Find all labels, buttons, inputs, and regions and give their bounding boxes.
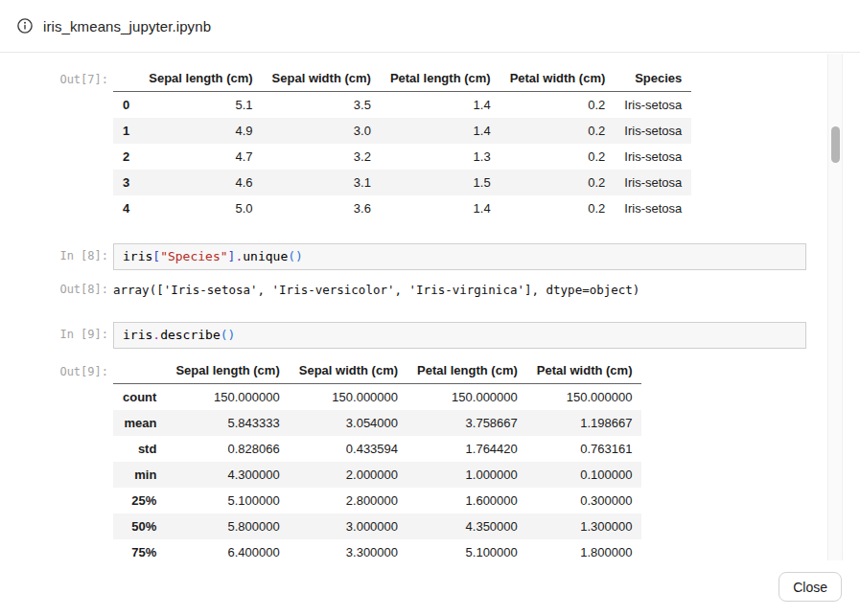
code-token: unique: [243, 249, 288, 263]
row-index: 4: [113, 195, 139, 221]
table-cell: Iris-setosa: [615, 195, 691, 221]
code-token: ): [295, 249, 303, 263]
table-cell: 2.000000: [290, 462, 407, 488]
table-cell: 150.000000: [527, 384, 642, 411]
notebook-cell-out8: Out[8]: array(['Iris-setosa', 'Iris-vers…: [0, 280, 825, 297]
cell-prompt: In [8]:: [0, 243, 108, 262]
table-cell: 4.9: [139, 118, 262, 144]
column-header: [113, 65, 139, 92]
table-cell: 1.4: [381, 92, 500, 119]
table-cell: 150.000000: [166, 384, 289, 411]
table-cell: 0.300000: [527, 488, 642, 513]
row-index: 3: [113, 170, 139, 195]
iris-describe-table: Sepal length (cm)Sepal width (cm)Petal l…: [113, 357, 641, 560]
table-cell: 6.400000: [166, 539, 289, 560]
code-token: [: [152, 249, 160, 263]
table-cell: 5.100000: [166, 488, 289, 513]
table-row: 05.13.51.40.2Iris-setosa: [113, 92, 691, 119]
table-cell: 0.2: [500, 118, 616, 144]
row-index: std: [113, 436, 166, 462]
row-index: min: [113, 462, 166, 488]
column-header: Petal length (cm): [407, 357, 527, 384]
column-header: Petal length (cm): [381, 65, 500, 92]
close-button[interactable]: Close: [779, 572, 842, 602]
row-index: count: [113, 384, 166, 411]
table-cell: Iris-setosa: [615, 170, 691, 195]
table-cell: 0.100000: [527, 462, 642, 488]
table-cell: 1.600000: [407, 488, 527, 513]
row-index: 50%: [113, 513, 166, 539]
dataframe-output: Sepal length (cm)Sepal width (cm)Petal l…: [113, 357, 641, 560]
table-cell: 150.000000: [407, 384, 527, 411]
row-index: 25%: [113, 488, 166, 513]
notebook-cell-out7: Out[7]: Sepal length (cm)Sepal width (cm…: [0, 65, 825, 221]
row-index: 2: [113, 144, 139, 170]
table-cell: 0.2: [500, 195, 616, 221]
row-index: 1: [113, 118, 139, 144]
table-cell: 4.300000: [166, 462, 289, 488]
table-cell: 1.000000: [407, 462, 527, 488]
notebook-cell-in9: In [9]: iris.describe(): [0, 322, 825, 349]
table-header-row: Sepal length (cm)Sepal width (cm)Petal l…: [113, 357, 641, 384]
table-cell: 1.4: [381, 118, 500, 144]
table-cell: 3.0: [263, 118, 381, 144]
column-header: Petal width (cm): [500, 65, 616, 92]
table-row: 50%5.8000003.0000004.3500001.300000: [113, 513, 641, 539]
table-cell: 1.5: [381, 170, 500, 195]
table-cell: 3.000000: [290, 513, 407, 539]
notebook-cell-out9: Out[9]: Sepal length (cm)Sepal width (cm…: [0, 357, 825, 560]
table-cell: 1.764420: [407, 436, 527, 462]
row-index: 75%: [113, 539, 166, 560]
table-cell: 3.6: [263, 195, 381, 221]
table-cell: 1.300000: [527, 513, 642, 539]
table-row: 25%5.1000002.8000001.6000000.300000: [113, 488, 641, 513]
table-cell: 4.7: [139, 144, 262, 170]
table-cell: Iris-setosa: [615, 144, 691, 170]
column-header: [113, 357, 166, 384]
table-row: mean5.8433333.0540003.7586671.198667: [113, 410, 641, 436]
iris-head-table: Sepal length (cm)Sepal width (cm)Petal l…: [113, 65, 691, 221]
table-cell: Iris-setosa: [615, 92, 691, 119]
table-row: 14.93.01.40.2Iris-setosa: [113, 118, 691, 144]
file-title: iris_kmeans_jupyter.ipynb: [43, 18, 211, 34]
scrollbar-thumb[interactable]: [831, 126, 840, 163]
file-preview-dialog: iris_kmeans_jupyter.ipynb Out[7]: Sepal …: [0, 0, 860, 616]
table-cell: 5.100000: [407, 539, 527, 560]
table-cell: 0.828066: [166, 436, 289, 462]
notebook-cell-in8: In [8]: iris["Species"].unique(): [0, 243, 825, 270]
code-token: "Species": [160, 249, 227, 263]
table-cell: 3.300000: [290, 539, 407, 560]
array-output: array(['Iris-setosa', 'Iris-versicolor',…: [113, 280, 639, 297]
table-row: count150.000000150.000000150.000000150.0…: [113, 384, 641, 411]
code-token: (: [221, 328, 228, 342]
code-token: ): [228, 328, 236, 342]
scrollbar-track[interactable]: [827, 54, 843, 560]
dialog-header: iris_kmeans_jupyter.ipynb: [0, 0, 860, 53]
table-cell: 5.1: [139, 92, 262, 119]
table-cell: 3.5: [263, 92, 381, 119]
code-token: describe: [160, 328, 221, 342]
table-row: 34.63.11.50.2Iris-setosa: [113, 170, 691, 195]
table-cell: 0.433594: [290, 436, 407, 462]
code-cell-in8: iris["Species"].unique(): [113, 243, 806, 270]
column-header: Sepal length (cm): [166, 357, 289, 384]
table-cell: 1.800000: [527, 539, 642, 560]
notebook-preview[interactable]: Out[7]: Sepal length (cm)Sepal width (cm…: [0, 54, 825, 560]
table-row: 75%6.4000003.3000005.1000001.800000: [113, 539, 641, 560]
cell-prompt: Out[9]:: [0, 357, 108, 378]
cell-prompt: Out[7]:: [0, 65, 108, 86]
dataframe-output: Sepal length (cm)Sepal width (cm)Petal l…: [113, 65, 691, 221]
table-cell: 4.6: [139, 170, 262, 195]
table-cell: 5.0: [139, 195, 262, 221]
table-cell: 5.800000: [166, 513, 289, 539]
code-cell-in9: iris.describe(): [113, 322, 806, 349]
column-header: Species: [615, 65, 691, 92]
table-cell: 1.3: [381, 144, 500, 170]
table-cell: 0.763161: [527, 436, 642, 462]
table-cell: 3.758667: [407, 410, 527, 436]
column-header: Petal width (cm): [527, 357, 642, 384]
table-cell: 5.843333: [166, 410, 289, 436]
table-cell: Iris-setosa: [615, 118, 691, 144]
table-cell: 0.2: [500, 170, 616, 195]
table-header-row: Sepal length (cm)Sepal width (cm)Petal l…: [113, 65, 691, 92]
